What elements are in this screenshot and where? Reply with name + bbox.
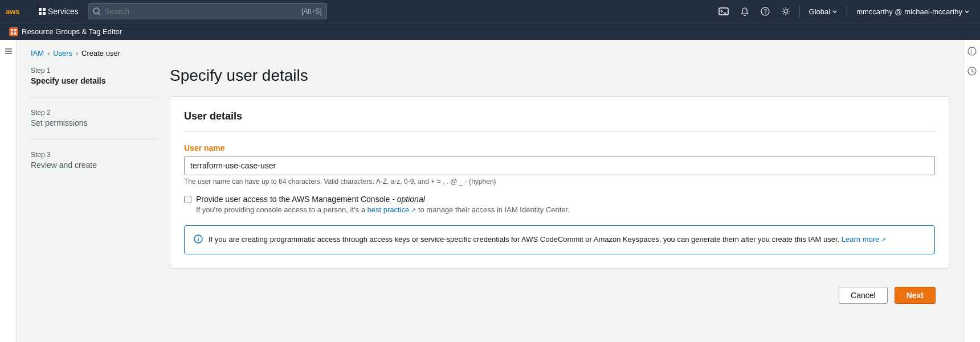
console-access-sub: If you're providing console access to a … (196, 205, 570, 214)
region-selector[interactable]: Global (805, 5, 843, 18)
step-1-label: Step 1 (31, 67, 156, 75)
info-box: If you are creating programmatic access … (184, 225, 935, 254)
nav-right: ? Global mmccarthy @ michael-mccarthy (714, 4, 974, 19)
svg-rect-13 (14, 29, 17, 31)
resource-groups-button[interactable]: Resource Groups & Tag Editor (9, 27, 122, 36)
resource-bar-label: Resource Groups & Tag Editor (22, 27, 122, 36)
console-access-checkbox[interactable] (184, 196, 191, 203)
svg-rect-14 (11, 32, 13, 35)
resource-icon (9, 27, 18, 36)
svg-rect-2 (43, 8, 46, 11)
search-input[interactable] (104, 7, 298, 16)
grid-icon (39, 8, 46, 15)
services-button[interactable]: Services (34, 5, 83, 18)
username-label: User name (184, 143, 935, 153)
footer-bar: Cancel Next (170, 278, 949, 313)
svg-point-22 (968, 47, 976, 55)
help-icon: ? (761, 7, 770, 16)
search-icon (93, 7, 101, 15)
help-icon-button[interactable]: ? (756, 5, 774, 18)
services-label: Services (48, 7, 79, 16)
sidebar-toggle-button[interactable] (2, 44, 15, 60)
username-form-group: User name The user name can have up to 6… (184, 143, 935, 186)
step-3-name: Review and create (31, 160, 156, 170)
right-help-button[interactable]: i (965, 44, 979, 60)
right-clock-button[interactable] (965, 64, 979, 80)
svg-text:?: ? (763, 9, 767, 15)
step-3-label: Step 3 (31, 151, 156, 159)
breadcrumb-sep-1: › (47, 50, 50, 57)
info-text: If you are creating programmatic access … (209, 234, 886, 246)
console-access-group: Provide user access to the AWS Managemen… (184, 195, 935, 214)
terminal-icon-button[interactable] (714, 4, 733, 19)
user-menu[interactable]: mmccarthy @ michael-mccarthy (852, 5, 974, 18)
info-icon (194, 234, 203, 246)
breadcrumb-users-link[interactable]: Users (53, 49, 72, 57)
best-practice-link[interactable]: best practice (368, 205, 416, 214)
left-sidebar (0, 40, 17, 342)
right-panel: i (963, 40, 980, 342)
main-content-area: Specify user details User details User n… (170, 67, 949, 313)
resource-groups-icon (10, 28, 17, 35)
console-access-label[interactable]: Provide user access to the AWS Managemen… (196, 195, 425, 204)
svg-point-5 (93, 8, 99, 14)
aws-logo: aws (6, 5, 26, 18)
next-button[interactable]: Next (895, 287, 936, 304)
bell-icon-button[interactable] (736, 5, 754, 18)
chevron-down-icon (832, 9, 838, 14)
breadcrumb-current: Create user (81, 49, 120, 57)
top-nav: aws Services [Alt+S] (0, 0, 980, 23)
nav-divider (799, 6, 800, 17)
bell-icon (740, 7, 749, 16)
user-chevron-icon (964, 9, 970, 14)
svg-rect-7 (719, 8, 728, 15)
breadcrumb-iam-link[interactable]: IAM (31, 49, 44, 57)
breadcrumb-sep-2: › (76, 50, 78, 57)
steps-panel: Step 1 Specify user details Step 2 Set p… (31, 67, 156, 313)
console-access-optional: optional (397, 195, 425, 204)
right-info-icon: i (967, 47, 977, 56)
svg-point-21 (198, 237, 199, 238)
username-display: mmccarthy @ michael-mccarthy (856, 7, 962, 16)
resource-bar: Resource Groups & Tag Editor (0, 23, 980, 40)
svg-rect-3 (39, 12, 42, 15)
search-shortcut: [Alt+S] (301, 7, 322, 15)
nav-divider-2 (847, 6, 847, 17)
hamburger-icon (4, 47, 13, 56)
info-body-text: If you are creating programmatic access … (209, 235, 842, 244)
user-details-card: User details User name The user name can… (170, 96, 949, 269)
page-title: Specify user details (170, 67, 949, 85)
console-hint-text: If you're providing console access to a … (196, 205, 368, 214)
terminal-icon (718, 6, 729, 17)
username-input[interactable] (184, 156, 935, 175)
learn-more-link[interactable]: Learn more (842, 235, 887, 244)
card-title: User details (184, 110, 935, 132)
step-2-item: Step 2 Set permissions (31, 109, 156, 139)
region-label: Global (809, 7, 831, 16)
svg-text:i: i (970, 48, 971, 55)
console-hint-text2: to manage their access in IAM Identity C… (416, 205, 570, 214)
step-1-item: Step 1 Specify user details (31, 67, 156, 97)
svg-point-11 (784, 10, 787, 13)
page-layout: Step 1 Specify user details Step 2 Set p… (17, 57, 963, 322)
svg-rect-12 (11, 29, 13, 31)
settings-icon-button[interactable] (777, 5, 795, 18)
gear-icon (781, 7, 790, 16)
svg-line-6 (99, 13, 100, 15)
breadcrumb: IAM › Users › Create user (17, 40, 963, 57)
search-bar[interactable]: [Alt+S] (88, 3, 327, 19)
main-container: IAM › Users › Create user Step 1 Specify… (0, 40, 980, 342)
step-1-name: Specify user details (31, 76, 156, 85)
svg-rect-15 (14, 32, 17, 35)
svg-text:aws: aws (6, 7, 20, 16)
step-2-label: Step 2 (31, 109, 156, 117)
content-area: IAM › Users › Create user Step 1 Specify… (17, 40, 963, 342)
svg-rect-1 (39, 8, 42, 11)
svg-rect-4 (43, 12, 46, 15)
console-access-text: Provide user access to the AWS Managemen… (196, 195, 397, 204)
step-3-item: Step 3 Review and create (31, 151, 156, 181)
clock-icon (967, 67, 977, 76)
step-2-name: Set permissions (31, 118, 156, 127)
cancel-button[interactable]: Cancel (839, 287, 888, 304)
username-hint: The user name can have up to 64 characte… (184, 178, 935, 186)
